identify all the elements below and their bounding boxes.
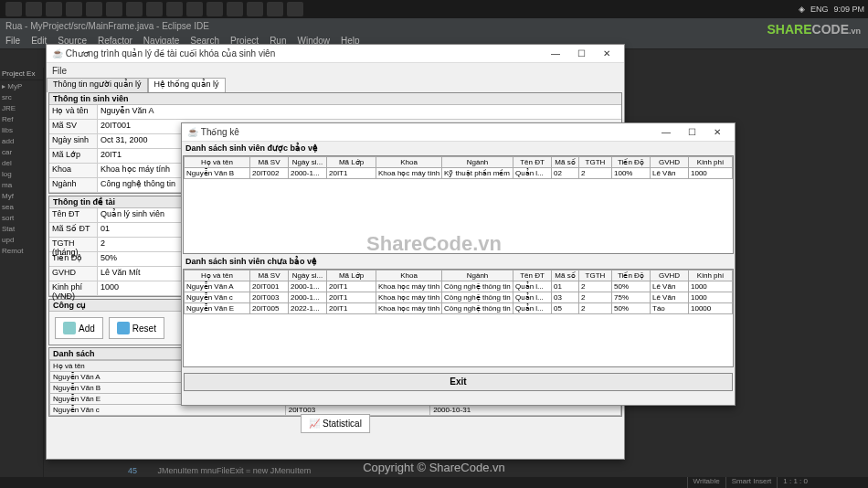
col[interactable]: Tiến Độ	[612, 157, 651, 168]
reset-label: Reset	[132, 324, 156, 334]
dialog-menu-file[interactable]: File	[47, 63, 624, 78]
tree-item[interactable]: Myf	[2, 192, 41, 203]
col[interactable]: Tên ĐT	[513, 157, 552, 168]
java-icon: ☕	[187, 127, 198, 137]
tree-item[interactable]: Remot	[2, 247, 41, 258]
windows-taskbar: ◈ ENG 9:09 PM	[0, 0, 868, 18]
task-icon[interactable]	[166, 2, 183, 16]
tree-item[interactable]: ma	[2, 181, 41, 192]
task-icon[interactable]	[146, 2, 163, 16]
col[interactable]: GVHD	[651, 271, 689, 281]
task-icon[interactable]	[46, 2, 62, 16]
tab-he-thong[interactable]: Hệ thống quản lý	[148, 78, 226, 92]
table-row[interactable]: Nguyễn Văn E20IT0052022-1...20IT1Khoa họ…	[185, 303, 733, 314]
tray-wifi-icon[interactable]: ◈	[799, 5, 805, 14]
col[interactable]: Tên ĐT	[513, 271, 552, 281]
col[interactable]: Mã SV	[250, 271, 289, 281]
close-icon[interactable]: ✕	[595, 47, 619, 61]
col[interactable]: Khoa	[376, 157, 442, 168]
eclipse-statusbar: Writable Smart Insert 1 : 1 : 0	[0, 477, 868, 488]
tray-time[interactable]: 9:09 PM	[833, 5, 864, 14]
statistical-button[interactable]: 📈 Statistical	[301, 414, 370, 433]
table-row[interactable]: Nguyễn Văn A20IT0012000-1...20IT1Khoa họ…	[185, 281, 733, 292]
col[interactable]: Ngày si...	[289, 157, 327, 168]
col[interactable]: Mã Lớp	[327, 271, 376, 281]
task-icon[interactable]	[206, 2, 223, 16]
col[interactable]: Ngành	[442, 157, 513, 168]
col[interactable]: Mã số	[552, 271, 579, 281]
tree-item[interactable]: del	[2, 159, 41, 170]
chart-icon: 📈	[309, 419, 320, 429]
tab-nguoi-quan-ly[interactable]: Thông tin người quản lý	[47, 78, 148, 92]
sharecode-logo: SHARECODE.vn	[767, 22, 861, 37]
col[interactable]: Ngành	[442, 271, 513, 281]
col[interactable]: TGTH	[579, 271, 612, 281]
table-row[interactable]: Nguyễn Văn B20IT0022000-1...20IT1Khoa họ…	[185, 168, 733, 179]
tree-item[interactable]: log	[2, 170, 41, 181]
col[interactable]: Mã Lớp	[327, 157, 376, 168]
thongke-titlebar: ☕ Thống kê — ☐ ✕	[182, 123, 735, 142]
table-chua-bao-ve[interactable]: Họ và tênMã SVNgày si...Mã LớpKhoaNgànhT…	[184, 270, 733, 314]
dialog-titlebar: ☕ Chương trình quản lý đề tài cuối khóa …	[47, 45, 624, 63]
maximize-icon[interactable]: ☐	[680, 125, 704, 140]
add-label: Add	[79, 324, 95, 334]
tree-item[interactable]: src	[2, 93, 41, 104]
col[interactable]: TGTH	[579, 157, 612, 168]
tree-item[interactable]: sea	[2, 203, 41, 214]
add-button[interactable]: Add	[55, 317, 103, 339]
tgth-label: TGTH (tháng)	[49, 238, 97, 251]
tree-item[interactable]: Stat	[2, 225, 41, 236]
hoten-input[interactable]: Nguyễn Văn A	[97, 105, 621, 119]
tree-item[interactable]: sort	[2, 214, 41, 225]
minimize-icon[interactable]: —	[654, 125, 678, 140]
dialog-title: Chương trình quản lý đề tài cuối khóa củ…	[66, 48, 275, 58]
tree-item[interactable]: libs	[2, 126, 41, 137]
col[interactable]: Họ và tên	[185, 157, 250, 168]
tree-item[interactable]: car	[2, 148, 41, 159]
thongke-title: Thống kê	[201, 127, 239, 137]
task-icon[interactable]	[267, 2, 283, 16]
col[interactable]: Mã số	[552, 157, 579, 168]
close-icon[interactable]: ✕	[705, 125, 729, 140]
task-icon[interactable]	[227, 2, 243, 16]
exit-button[interactable]: Exit	[184, 373, 733, 391]
tree-item[interactable]: JRE	[2, 104, 41, 115]
col[interactable]: Ngày si...	[289, 271, 327, 281]
col[interactable]: Kinh phí	[689, 271, 733, 281]
task-icon[interactable]	[186, 2, 203, 16]
table-row[interactable]: Nguyễn Văn c20IT0032000-1...20IT1Khoa họ…	[185, 292, 733, 303]
col[interactable]: GVHD	[651, 157, 689, 168]
status-insert: Smart Insert	[725, 477, 778, 488]
table-duoc-bao-ve[interactable]: Họ và tênMã SVNgày si...Mã LớpKhoaNgànhT…	[184, 156, 733, 179]
reset-button[interactable]: Reset	[109, 317, 164, 339]
tree-item[interactable]: upd	[2, 236, 41, 247]
start-icon[interactable]	[5, 2, 22, 16]
menu-file[interactable]: File	[5, 36, 20, 46]
task-icon[interactable]	[86, 2, 102, 16]
task-icon[interactable]	[106, 2, 122, 16]
col[interactable]: Mã SV	[250, 157, 289, 168]
task-icon[interactable]	[247, 2, 263, 16]
task-icon[interactable]	[126, 2, 143, 16]
task-icon[interactable]	[287, 2, 303, 16]
task-icon[interactable]	[26, 2, 42, 16]
hoten-label: Họ và tên	[49, 105, 97, 119]
task-icon[interactable]	[66, 2, 82, 16]
col[interactable]: Họ và tên	[185, 271, 250, 281]
col[interactable]: Khoa	[376, 271, 442, 281]
tree-item[interactable]: ▸ MyP	[2, 82, 41, 93]
gvhd-label: GVHD	[49, 267, 97, 281]
col[interactable]: Tiến Độ	[612, 271, 651, 281]
tree-item[interactable]: add	[2, 137, 41, 148]
tray-lang[interactable]: ENG	[810, 5, 829, 14]
masodt-label: Mã Số ĐT	[49, 223, 97, 237]
tree-item[interactable]: Ref	[2, 115, 41, 126]
tabs: Thông tin người quản lý Hệ thống quản lý	[47, 78, 624, 92]
col[interactable]: Kinh phí	[689, 157, 733, 168]
thongke-dialog: ☕ Thống kê — ☐ ✕ Danh sách sinh viên đượ…	[181, 122, 736, 406]
minimize-icon[interactable]: —	[544, 47, 567, 61]
tiendo-label: Tiến Độ	[49, 252, 97, 266]
project-explorer: Project Ex ▸ MyP src JRE Ref libs add ca…	[0, 68, 44, 477]
maximize-icon[interactable]: ☐	[569, 47, 593, 61]
menu-edit[interactable]: Edit	[31, 36, 47, 46]
